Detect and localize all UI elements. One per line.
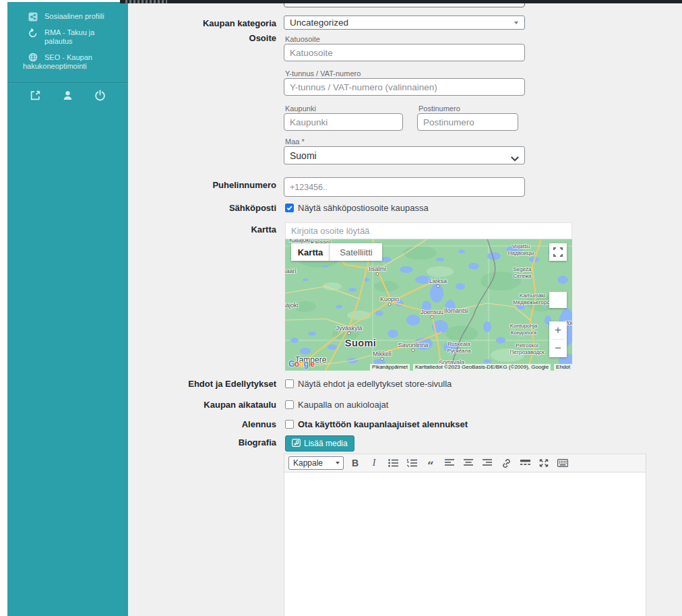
sidebar-footer (7, 83, 128, 101)
editor-toolbar: Kappale B I “ (284, 454, 646, 472)
map-city-label: Savonlinna (398, 342, 429, 348)
zip-input[interactable] (417, 113, 518, 131)
map-city-marker (381, 357, 384, 361)
country-select-value: Suomi (290, 150, 317, 161)
map-city-label: Kuopio (380, 296, 399, 303)
show-terms-checkbox[interactable] (285, 379, 294, 388)
map-city-label: Jyväskylä (336, 325, 362, 332)
add-media-button[interactable]: Lisää media (285, 435, 354, 452)
user-icon[interactable] (62, 90, 73, 101)
map-city-label: Iisalmi (369, 266, 386, 272)
map-city-label: Ilomantsi (444, 307, 468, 314)
map-city-label: SegežaСегежа (513, 266, 531, 280)
editor-content-area[interactable] (284, 472, 646, 616)
zip-sublabel: Postinumero (418, 104, 460, 113)
map-data-attribution: Karttatiedot ©2023 GeoBasis-DE/BKG (©200… (413, 364, 551, 371)
store-sidebar: Sosiaalinen profiili RMA - Takuu ja pala… (7, 2, 128, 616)
align-left-icon[interactable] (442, 456, 457, 470)
email-label: Sähköposti (128, 203, 276, 213)
zoom-in-button[interactable]: + (549, 321, 567, 339)
city-input[interactable] (284, 113, 403, 131)
chevron-down-icon (514, 22, 518, 24)
terms-label: Ehdot ja Edellytykset (128, 379, 276, 389)
admin-bar (120, 0, 682, 3)
map-shortcuts-link[interactable]: Pikanäppäimet (370, 364, 410, 371)
media-icon (292, 439, 301, 449)
city-sublabel: Kaupunki (285, 104, 316, 113)
vat-input[interactable] (284, 78, 525, 96)
show-terms-checkbox-label[interactable]: Näytä ehdot ja edellytykset store-sivull… (298, 379, 452, 389)
map-city-label: VojatšuНадвоицы (508, 243, 534, 257)
sidebar-item-social-profile[interactable]: Sosiaalinen profiili (11, 9, 124, 25)
globe-icon (28, 53, 38, 62)
biography-editor: Kappale B I “ (284, 454, 646, 616)
bullet-list-icon[interactable] (385, 456, 400, 470)
blockquote-icon[interactable]: “ (423, 456, 438, 470)
map-city-marker (348, 332, 351, 335)
map-city-marker (412, 348, 415, 352)
fullscreen-toggle-icon[interactable] (536, 456, 551, 470)
phone-input[interactable] (284, 177, 525, 197)
map-city-label: rsaari (285, 268, 297, 274)
google-logo[interactable]: Google (288, 359, 314, 369)
schedule-label: Kaupan aikataulu (128, 400, 276, 410)
map-search-input[interactable] (285, 222, 572, 239)
read-more-icon[interactable] (518, 456, 532, 470)
google-map[interactable]: KalajokiKajaaniVojatšuНадвоицыrsaariIisa… (285, 239, 572, 371)
external-link-icon[interactable] (30, 90, 41, 101)
discount-label: Alennus (128, 419, 276, 429)
paragraph-format-value: Kappale (293, 458, 323, 468)
map-city-label: Lieksa (429, 278, 447, 284)
sidebar-item-label: Sosiaalinen profiili (44, 12, 104, 21)
store-discount-checkbox-label[interactable]: Ota käyttöön kaupanlaajuiset alennukset (298, 419, 468, 429)
map-type-map-button[interactable]: Kartta (291, 243, 330, 261)
sidebar-item-rma[interactable]: RMA - Takuu ja palautus (11, 25, 124, 49)
align-right-icon[interactable] (480, 456, 495, 470)
map-zoom-control: + − (549, 321, 567, 357)
map-city-marker (388, 303, 392, 306)
share-icon (28, 12, 38, 22)
add-media-button-label: Lisää media (304, 439, 348, 448)
vat-sublabel: Y-tunnus / VAT-numero (285, 69, 361, 78)
street-input[interactable] (284, 44, 525, 61)
map-city-label: Mikkeli (373, 350, 392, 357)
link-icon[interactable] (499, 456, 514, 470)
phone-label: Puhelinnumero (128, 180, 276, 190)
map-label: Kartta (128, 224, 276, 235)
keyboard-icon[interactable] (555, 456, 570, 470)
power-icon[interactable] (94, 90, 106, 101)
sidebar-menu: Sosiaalinen profiili RMA - Takuu ja pala… (7, 2, 128, 80)
map-type-satellite-button[interactable]: Satelliitti (330, 243, 382, 261)
map-attribution: Pikanäppäimet Karttatiedot ©2023 GeoBasi… (370, 364, 572, 371)
country-sublabel: Maa * (285, 137, 305, 146)
chevron-down-icon (511, 153, 519, 164)
fullscreen-icon[interactable] (549, 243, 567, 261)
show-email-checkbox-label[interactable]: Näytä sähköpostiosoite kaupassa (298, 203, 429, 213)
chevron-down-icon (336, 462, 340, 464)
map-city-label: Joensuu (421, 309, 443, 315)
biography-label: Biografia (128, 437, 276, 448)
numbered-list-icon[interactable] (404, 456, 419, 470)
paragraph-format-select[interactable]: Kappale (288, 456, 344, 470)
store-discount-checkbox[interactable] (285, 420, 294, 429)
country-select[interactable]: Suomi (284, 146, 525, 164)
store-hours-checkbox[interactable] (285, 400, 294, 409)
zoom-out-button[interactable]: − (549, 340, 567, 357)
pegman-control[interactable] (549, 292, 567, 308)
map-city-label: inäjoki (285, 302, 299, 309)
bold-button[interactable]: B (348, 456, 363, 470)
address-label: Osoite (128, 33, 276, 43)
map-city-marker (431, 315, 434, 319)
store-hours-checkbox-label[interactable]: Kaupalla on aukioloajat (298, 400, 388, 410)
map-city-label: KontupohjaКондопога (510, 323, 537, 336)
sidebar-item-label: RMA - Takuu ja palautus (44, 28, 123, 46)
map-city-label: Suomi (345, 340, 376, 346)
map-terms-link[interactable]: Ehdot (554, 364, 572, 371)
sidebar-item-seo[interactable]: SEO - Kaupan hakukoneoptimointi (11, 49, 124, 74)
category-select[interactable]: Uncategorized (284, 16, 525, 30)
admin-bar-focus-dashes (125, 0, 167, 3)
align-center-icon[interactable] (461, 456, 476, 470)
show-email-checkbox[interactable] (285, 204, 294, 212)
italic-button[interactable]: I (367, 456, 381, 470)
category-select-value: Uncategorized (290, 18, 348, 28)
